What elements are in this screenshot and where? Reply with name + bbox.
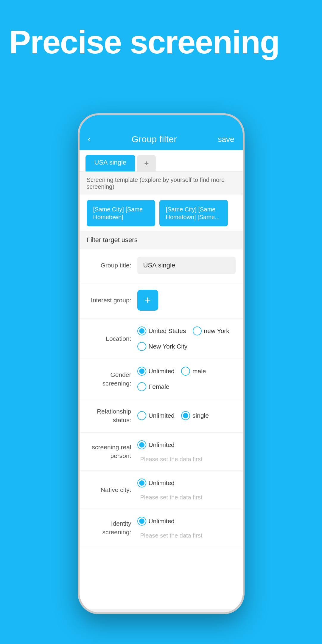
location-option-0[interactable]: United States <box>137 326 186 335</box>
hero-title: Precise screening <box>9 24 313 60</box>
identity-option-0[interactable]: Unlimited <box>137 517 175 526</box>
gender-radio-group: Unlimited male Female <box>137 367 236 391</box>
location-row: Location: United States new York New Yor… <box>80 319 243 359</box>
interest-group-label: Interest group: <box>87 296 137 304</box>
gender-option-1[interactable]: male <box>181 367 206 376</box>
template-card-2[interactable]: [Same City] [Same Hometown] [Same... <box>159 200 228 226</box>
location-radio-2[interactable] <box>137 342 146 351</box>
identity-radio-group: Unlimited Please set the data first <box>137 517 236 539</box>
native-city-radio-0[interactable] <box>137 479 146 487</box>
relationship-option-1[interactable]: single <box>181 411 209 420</box>
identity-radio-0[interactable] <box>137 517 146 526</box>
real-person-hint: Please set the data first <box>140 456 203 463</box>
relationship-radio-group: Unlimited single <box>137 411 236 420</box>
phone-content: USA single + Screening template (explore… <box>80 150 243 609</box>
gender-row: Gender screening: Unlimited male Female <box>80 359 243 399</box>
location-option-1[interactable]: new York <box>193 326 229 335</box>
interest-group-row: Interest group: + <box>80 282 243 319</box>
group-title-input[interactable] <box>137 257 236 274</box>
gender-option-0[interactable]: Unlimited <box>137 367 175 376</box>
real-person-row: screening real person: Unlimited Please … <box>80 433 243 471</box>
native-city-option-0[interactable]: Unlimited <box>137 479 175 487</box>
page-title: Group filter <box>132 134 177 144</box>
phone-inner: ‹ Group filter save USA single + Screeni… <box>80 115 243 612</box>
tab-add-button[interactable]: + <box>137 155 156 171</box>
real-person-option-0[interactable]: Unlimited <box>137 440 175 449</box>
relationship-radio-1[interactable] <box>181 411 190 420</box>
real-person-label-0: Unlimited <box>149 441 175 448</box>
native-city-row: Native city: Unlimited Please set the da… <box>80 471 243 509</box>
native-city-label-0: Unlimited <box>149 479 175 487</box>
location-option-2[interactable]: New York City <box>137 342 188 351</box>
location-radio-group: United States new York New York City <box>137 326 236 351</box>
gender-option-2[interactable]: Female <box>137 382 169 391</box>
template-cards: [Same City] [Same Hometown] [Same City] … <box>80 195 243 231</box>
gender-label-1: male <box>192 368 206 375</box>
location-label-0: United States <box>149 327 186 335</box>
tab-bar: USA single + <box>80 150 243 172</box>
identity-hint: Please set the data first <box>140 532 203 539</box>
gender-label-2: Female <box>149 383 169 390</box>
identity-label-0: Unlimited <box>149 518 175 525</box>
gender-radio-1[interactable] <box>181 367 190 376</box>
tab-usa-single[interactable]: USA single <box>85 155 136 171</box>
real-person-radio-0[interactable] <box>137 440 146 449</box>
relationship-label: Relationship status: <box>87 407 137 425</box>
phone-shell: ‹ Group filter save USA single + Screeni… <box>78 113 245 614</box>
relationship-option-0[interactable]: Unlimited <box>137 411 175 420</box>
real-person-radio-group: Unlimited Please set the data first <box>137 440 236 463</box>
relationship-row: Relationship status: Unlimited single <box>80 399 243 433</box>
group-title-label: Group title: <box>87 261 137 270</box>
real-person-label: screening real person: <box>87 443 137 460</box>
save-button[interactable]: save <box>218 135 234 144</box>
location-radio-0[interactable] <box>137 326 146 335</box>
template-description: Screening template (explore by yourself … <box>80 172 243 195</box>
relationship-label-1: single <box>192 412 209 419</box>
location-label-2: New York City <box>149 343 188 350</box>
location-label-1: new York <box>204 327 229 335</box>
gender-radio-0[interactable] <box>137 367 146 376</box>
group-title-row: Group title: <box>80 249 243 282</box>
native-city-label: Native city: <box>87 485 137 494</box>
interest-add-button[interactable]: + <box>137 290 158 311</box>
gender-label-0: Unlimited <box>149 368 175 375</box>
identity-label: Identity screening: <box>87 519 137 537</box>
identity-row: Identity screening: Unlimited Please set… <box>80 509 243 547</box>
back-button[interactable]: ‹ <box>88 134 91 144</box>
gender-radio-2[interactable] <box>137 382 146 391</box>
native-city-hint: Please set the data first <box>140 494 203 501</box>
template-card-1[interactable]: [Same City] [Same Hometown] <box>87 200 155 226</box>
filter-header: Filter target users <box>80 231 243 249</box>
location-radio-1[interactable] <box>193 326 202 335</box>
relationship-radio-0[interactable] <box>137 411 146 420</box>
location-label: Location: <box>87 334 137 343</box>
relationship-label-0: Unlimited <box>149 412 175 419</box>
native-city-radio-group: Unlimited Please set the data first <box>137 479 236 501</box>
status-bar <box>80 115 243 130</box>
gender-label: Gender screening: <box>87 370 137 388</box>
app-header: ‹ Group filter save <box>80 130 243 150</box>
